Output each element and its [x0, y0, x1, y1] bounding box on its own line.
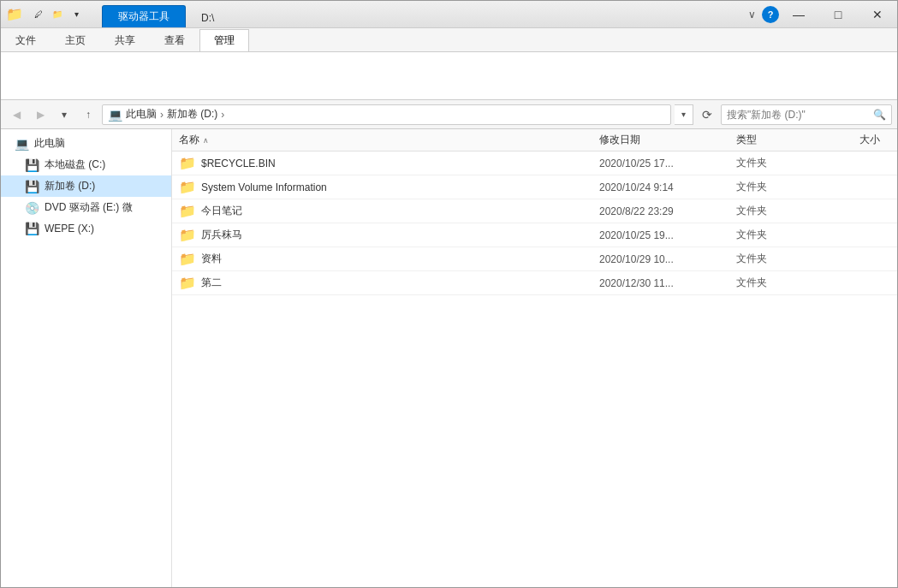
file-icon-4: 📁	[179, 251, 196, 267]
path-drive-d[interactable]: 新加卷 (D:)	[167, 107, 217, 122]
nav-back-btn[interactable]: ◀	[6, 104, 27, 125]
search-input[interactable]	[727, 109, 870, 121]
title-drive-label: D:\	[201, 12, 214, 24]
sidebar-label-new-d: 新加卷 (D:)	[45, 179, 95, 193]
close-btn[interactable]: ✕	[858, 1, 897, 28]
drive-d-icon: 💾	[25, 180, 39, 193]
forward-icon: ▶	[37, 109, 45, 121]
ribbon-tab-view[interactable]: 查看	[150, 29, 199, 51]
col-header-date[interactable]: 修改日期	[599, 133, 736, 147]
file-date-5: 2020/12/30 11...	[599, 277, 736, 289]
quick-properties-btn[interactable]: 🖊	[30, 6, 47, 23]
ribbon-content	[1, 52, 897, 100]
title-tabs: 驱动器工具 D:\	[93, 1, 741, 27]
path-sep-1: ›	[160, 109, 164, 121]
ribbon-tabs: 文件 主页 共享 查看 管理	[1, 28, 897, 52]
main-area: 💻 此电脑 💾 本地磁盘 (C:) 💾 新加卷 (D:) 💿 DVD 驱动器 (…	[1, 129, 897, 588]
file-name-3: 厉兵秣马	[201, 228, 242, 242]
ribbon-tab-manage[interactable]: 管理	[199, 29, 249, 51]
file-row-3[interactable]: 📁 厉兵秣马 2020/10/25 19... 文件夹	[172, 223, 897, 247]
file-date-4: 2020/10/29 10...	[599, 253, 736, 265]
sidebar-item-this-pc[interactable]: 💻 此电脑	[1, 133, 171, 154]
file-row-4[interactable]: 📁 资料 2020/10/29 10... 文件夹	[172, 247, 897, 271]
col-header-type[interactable]: 类型	[736, 133, 822, 147]
chevron-btn[interactable]: ∨	[741, 4, 762, 25]
refresh-btn[interactable]: ⟳	[697, 104, 717, 125]
file-icon-1: 📁	[179, 179, 196, 195]
col-header-name[interactable]: 名称 ∧	[179, 133, 599, 147]
title-bar: 📁 🖊 📁 ▾ 驱动器工具 D:\ ∨ ? — □ ✕	[1, 1, 897, 28]
sidebar-label-local-c: 本地磁盘 (C:)	[45, 157, 105, 172]
path-this-pc[interactable]: 此电脑	[126, 107, 157, 122]
up-icon: ↑	[86, 109, 91, 121]
sidebar: 💻 此电脑 💾 本地磁盘 (C:) 💾 新加卷 (D:) 💿 DVD 驱动器 (…	[1, 129, 172, 588]
quick-newdir-btn[interactable]: 📁	[49, 6, 66, 23]
maximize-btn[interactable]: □	[818, 1, 858, 28]
file-type-1: 文件夹	[736, 180, 822, 194]
refresh-icon: ⟳	[702, 108, 712, 122]
file-icon-0: 📁	[179, 155, 196, 171]
sidebar-item-wepe-x[interactable]: 💾 WEPE (X:)	[1, 218, 171, 239]
file-date-1: 2020/10/24 9:14	[599, 181, 736, 193]
file-icon-3: 📁	[179, 227, 196, 243]
drive-x-icon: 💾	[25, 222, 39, 235]
file-type-5: 文件夹	[736, 276, 822, 290]
file-type-4: 文件夹	[736, 252, 822, 266]
file-type-2: 文件夹	[736, 204, 822, 218]
file-row-0[interactable]: 📁 $RECYCLE.BIN 2020/10/25 17... 文件夹	[172, 151, 897, 175]
computer-icon: 💻	[108, 108, 122, 122]
title-bar-left: 📁 🖊 📁 ▾	[1, 1, 93, 27]
dropdown-icon: ▾	[62, 109, 67, 121]
minimize-btn[interactable]: —	[779, 1, 818, 28]
file-name-2: 今日笔记	[201, 204, 242, 218]
address-bar: ◀ ▶ ▾ ↑ 💻 此电脑 › 新加卷 (D:) › ▾ ⟳ 🔍	[1, 100, 897, 129]
file-row-1[interactable]: 📁 System Volume Information 2020/10/24 9…	[172, 175, 897, 199]
sidebar-item-local-c[interactable]: 💾 本地磁盘 (C:)	[1, 154, 171, 175]
sidebar-label-wepe-x: WEPE (X:)	[45, 223, 94, 235]
file-date-2: 2020/8/22 23:29	[599, 205, 736, 217]
sidebar-label-this-pc: 此电脑	[34, 136, 65, 151]
file-icon-5: 📁	[179, 275, 196, 291]
this-pc-icon: 💻	[15, 137, 29, 151]
file-name-5: 第二	[201, 276, 222, 290]
quick-access-toolbar: 🖊 📁 ▾	[27, 6, 88, 23]
path-sep-2: ›	[221, 109, 224, 121]
file-date-3: 2020/10/25 19...	[599, 229, 736, 241]
file-icon-2: 📁	[179, 203, 196, 219]
search-icon[interactable]: 🔍	[873, 109, 886, 121]
file-name-1: System Volume Information	[201, 181, 327, 193]
file-type-3: 文件夹	[736, 228, 822, 242]
quick-dropdown-btn[interactable]: ▾	[68, 6, 85, 23]
file-list-header: 名称 ∧ 修改日期 类型 大小	[172, 129, 897, 151]
file-type-0: 文件夹	[736, 156, 822, 170]
address-dropdown-btn[interactable]: ▾	[675, 104, 693, 125]
nav-forward-btn[interactable]: ▶	[30, 104, 51, 125]
file-name-0: $RECYCLE.BIN	[201, 157, 276, 169]
help-btn[interactable]: ?	[762, 6, 779, 23]
title-tab-drivetool[interactable]: 驱动器工具	[102, 5, 186, 27]
file-list: 名称 ∧ 修改日期 类型 大小 📁 $RECYCLE.BIN 2020/10/2…	[172, 129, 897, 588]
nav-up-btn[interactable]: ↑	[78, 104, 98, 125]
ribbon-tab-share[interactable]: 共享	[100, 29, 150, 51]
search-box: 🔍	[721, 104, 892, 125]
file-name-4: 资料	[201, 252, 222, 266]
drive-c-icon: 💾	[25, 158, 39, 172]
col-header-size[interactable]: 大小	[822, 133, 890, 147]
file-row-2[interactable]: 📁 今日笔记 2020/8/22 23:29 文件夹	[172, 199, 897, 223]
ribbon-tab-home[interactable]: 主页	[51, 29, 100, 51]
ribbon-tab-file[interactable]: 文件	[1, 29, 51, 51]
nav-dropdown-btn[interactable]: ▾	[54, 104, 74, 125]
file-row-5[interactable]: 📁 第二 2020/12/30 11... 文件夹	[172, 271, 897, 295]
dvd-e-icon: 💿	[25, 201, 39, 215]
sidebar-item-new-d[interactable]: 💾 新加卷 (D:)	[1, 175, 171, 197]
title-controls: ∨ ? — □ ✕	[741, 1, 897, 27]
sidebar-item-dvd-e[interactable]: 💿 DVD 驱动器 (E:) 微	[1, 197, 171, 218]
back-icon: ◀	[13, 109, 21, 121]
app-icon: 📁	[6, 6, 23, 22]
dropdown-arrow-icon: ▾	[681, 110, 686, 119]
address-path: 💻 此电脑 › 新加卷 (D:) ›	[102, 104, 671, 125]
file-date-0: 2020/10/25 17...	[599, 157, 736, 169]
sidebar-label-dvd-e: DVD 驱动器 (E:) 微	[45, 200, 133, 215]
sort-arrow-icon: ∧	[203, 136, 209, 145]
